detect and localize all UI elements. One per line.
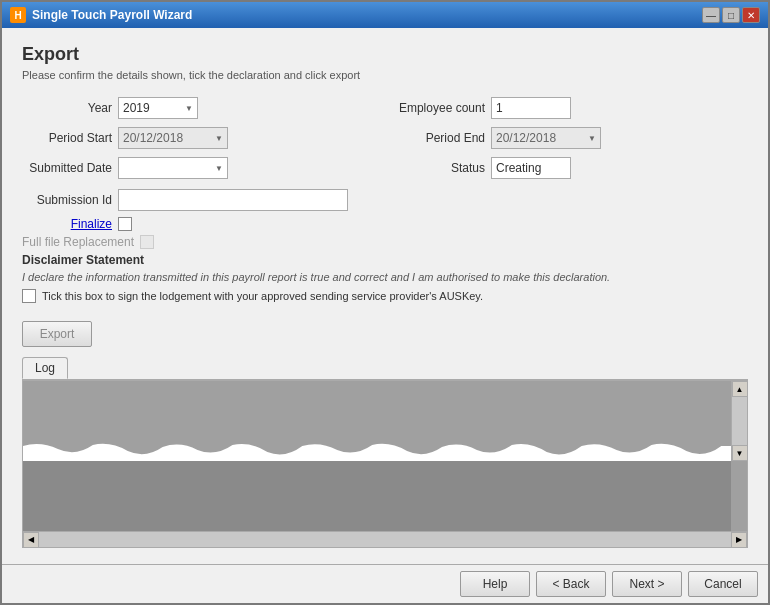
submitted-date-label: Submitted Date — [22, 161, 112, 175]
log-horizontal-scrollbar[interactable]: ◀ ▶ — [23, 531, 747, 547]
scroll-up-arrow[interactable]: ▲ — [732, 381, 748, 397]
disclaimer-checkbox[interactable] — [22, 289, 36, 303]
period-start-row: Period Start 20/12/2018 ▼ — [22, 127, 375, 149]
submitted-date-select[interactable]: ▼ — [118, 157, 228, 179]
year-value: 2019 — [123, 101, 150, 115]
scroll-right-arrow[interactable]: ▶ — [731, 532, 747, 548]
status-label: Status — [395, 161, 485, 175]
page-title: Export — [22, 44, 748, 65]
period-end-value: 20/12/2018 — [496, 131, 556, 145]
scroll-left-arrow[interactable]: ◀ — [23, 532, 39, 548]
help-button[interactable]: Help — [460, 571, 530, 597]
status-input[interactable] — [491, 157, 571, 179]
employee-count-input[interactable] — [491, 97, 571, 119]
form-grid: Year 2019 ▼ Employee count Period Start … — [22, 97, 748, 179]
disclaimer-checkbox-label: Tick this box to sign the lodgement with… — [42, 290, 483, 302]
disclaimer-section: Disclaimer Statement I declare the infor… — [22, 253, 748, 311]
main-window: H Single Touch Payroll Wizard — □ ✕ Expo… — [0, 0, 770, 605]
status-row: Status — [395, 157, 748, 179]
content-area: Export Please confirm the details shown,… — [2, 28, 768, 564]
log-vertical-scrollbar[interactable]: ▲ ▼ — [731, 381, 747, 461]
bottom-bar: Help < Back Next > Cancel — [2, 564, 768, 603]
period-start-value: 20/12/2018 — [123, 131, 183, 145]
finalize-row: Finalize — [22, 217, 748, 231]
period-start-label: Period Start — [22, 131, 112, 145]
finalize-label: Finalize — [22, 217, 112, 231]
title-bar-left: H Single Touch Payroll Wizard — [10, 7, 192, 23]
year-arrow-icon: ▼ — [185, 104, 193, 113]
period-end-arrow-icon: ▼ — [588, 134, 596, 143]
log-upper-area — [23, 381, 747, 461]
log-tab-bar: Log — [22, 357, 748, 380]
scroll-track-horizontal[interactable] — [39, 532, 731, 547]
disclaimer-title: Disclaimer Statement — [22, 253, 748, 267]
submission-id-label: Submission Id — [22, 193, 112, 207]
full-file-replacement-row: Full file Replacement — [22, 235, 748, 249]
submitted-date-row: Submitted Date ▼ — [22, 157, 375, 179]
app-icon: H — [10, 7, 26, 23]
full-file-replacement-checkbox — [140, 235, 154, 249]
year-select[interactable]: 2019 ▼ — [118, 97, 198, 119]
title-controls: — □ ✕ — [702, 7, 760, 23]
close-button[interactable]: ✕ — [742, 7, 760, 23]
log-section: Log ▲ ▼ — [22, 357, 748, 548]
page-subtitle: Please confirm the details shown, tick t… — [22, 69, 748, 81]
year-label: Year — [22, 101, 112, 115]
submission-id-row: Submission Id — [22, 189, 748, 211]
back-button[interactable]: < Back — [536, 571, 606, 597]
next-button[interactable]: Next > — [612, 571, 682, 597]
minimize-button[interactable]: — — [702, 7, 720, 23]
submission-id-input[interactable] — [118, 189, 348, 211]
period-start-select[interactable]: 20/12/2018 ▼ — [118, 127, 228, 149]
full-file-replacement-label: Full file Replacement — [22, 235, 134, 249]
scroll-track-vertical[interactable] — [732, 397, 747, 445]
export-button[interactable]: Export — [22, 321, 92, 347]
maximize-button[interactable]: □ — [722, 7, 740, 23]
disclaimer-checkbox-row: Tick this box to sign the lodgement with… — [22, 289, 748, 303]
window-title: Single Touch Payroll Wizard — [32, 8, 192, 22]
log-tab[interactable]: Log — [22, 357, 68, 379]
year-row: Year 2019 ▼ — [22, 97, 375, 119]
title-bar: H Single Touch Payroll Wizard — □ ✕ — [2, 2, 768, 28]
period-end-label: Period End — [395, 131, 485, 145]
scroll-down-arrow[interactable]: ▼ — [732, 445, 748, 461]
employee-count-label: Employee count — [395, 101, 485, 115]
disclaimer-text: I declare the information transmitted in… — [22, 271, 748, 283]
period-end-row: Period End 20/12/2018 ▼ — [395, 127, 748, 149]
period-start-arrow-icon: ▼ — [215, 134, 223, 143]
log-content: ▲ ▼ ◀ ▶ — [22, 380, 748, 548]
finalize-checkbox[interactable] — [118, 217, 132, 231]
log-lower-area — [23, 461, 731, 531]
period-end-select[interactable]: 20/12/2018 ▼ — [491, 127, 601, 149]
cancel-button[interactable]: Cancel — [688, 571, 758, 597]
submitted-date-arrow-icon: ▼ — [215, 164, 223, 173]
employee-count-row: Employee count — [395, 97, 748, 119]
